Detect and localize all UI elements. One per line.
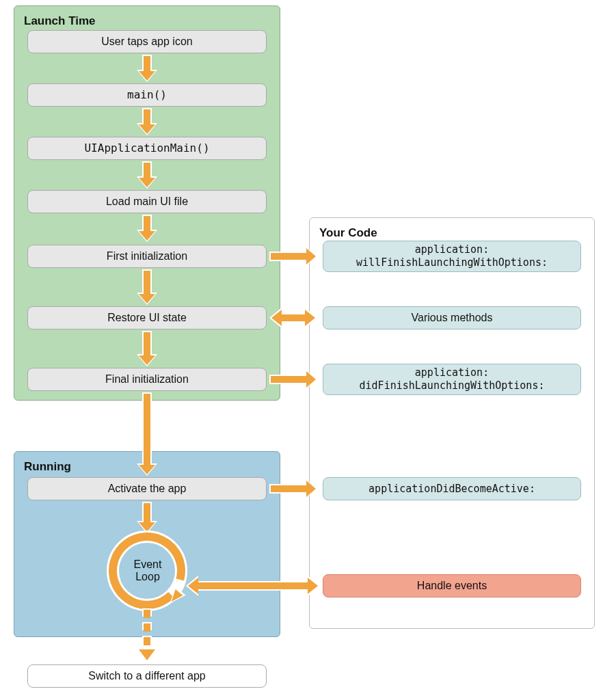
- step-final-init: Final initialization: [27, 368, 267, 391]
- step-user-taps-label: User taps app icon: [101, 35, 192, 49]
- step-activate-app: Activate the app: [27, 477, 267, 500]
- step-uiapplicationmain-label: UIApplicationMain(): [84, 142, 209, 155]
- step-main-label: main(): [127, 88, 167, 102]
- code-handle-events: Handle events: [323, 574, 581, 597]
- running-title: Running: [24, 460, 273, 474]
- code-various-methods: Various methods: [323, 306, 581, 329]
- step-main: main(): [27, 83, 267, 107]
- step-activate-app-label: Activate the app: [108, 482, 187, 496]
- code-did-become-active-label: applicationDidBecomeActive:: [368, 483, 535, 496]
- code-did-become-active: applicationDidBecomeActive:: [323, 477, 581, 500]
- step-restore-ui-label: Restore UI state: [107, 311, 187, 325]
- code-handle-events-label: Handle events: [417, 579, 487, 593]
- step-load-ui-label: Load main UI file: [106, 195, 188, 208]
- event-loop-label: Event Loop: [120, 558, 175, 583]
- code-various-methods-label: Various methods: [412, 311, 493, 325]
- step-first-init-label: First initialization: [107, 250, 187, 263]
- event-loop-text: Event Loop: [134, 558, 162, 582]
- step-final-init-label: Final initialization: [105, 373, 189, 386]
- launch-time-title: Launch Time: [24, 14, 273, 28]
- step-restore-ui: Restore UI state: [27, 306, 267, 329]
- your-code-panel: Your Code: [309, 217, 595, 629]
- code-did-finish-label: application: didFinishLaunchingWithOptio…: [360, 366, 545, 392]
- step-user-taps: User taps app icon: [27, 30, 267, 53]
- code-did-finish: application: didFinishLaunchingWithOptio…: [323, 364, 581, 395]
- code-will-finish: application: willFinishLaunchingWithOpti…: [323, 241, 581, 272]
- step-switch-app: Switch to a different app: [27, 664, 267, 688]
- step-uiapplicationmain: UIApplicationMain(): [27, 137, 267, 160]
- step-switch-app-label: Switch to a different app: [88, 669, 205, 683]
- step-first-init: First initialization: [27, 245, 267, 268]
- step-load-ui: Load main UI file: [27, 190, 267, 213]
- your-code-title: Your Code: [319, 226, 587, 240]
- code-will-finish-label: application: willFinishLaunchingWithOpti…: [356, 243, 548, 269]
